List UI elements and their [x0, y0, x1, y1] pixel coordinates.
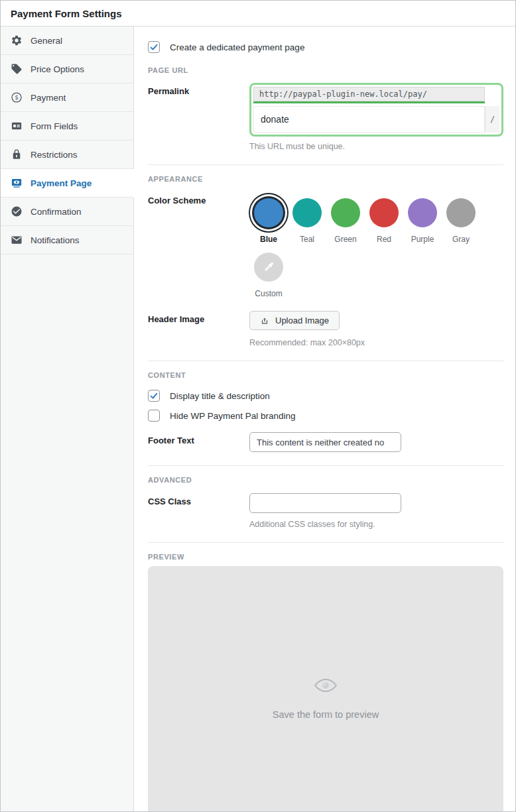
- footer-text-input[interactable]: [249, 432, 401, 452]
- create-page-checkbox-label: Create a dedicated payment page: [170, 42, 304, 52]
- hide-branding-checkbox-row[interactable]: Hide WP Payment Pal branding: [148, 410, 503, 422]
- permalink-editor: http://paypal-plugin-new.local/pay/ /: [249, 83, 503, 137]
- check-circle-icon: [11, 205, 23, 217]
- sidebar-item-form-fields[interactable]: Form Fields: [1, 112, 134, 141]
- swatch-circle[interactable]: [408, 198, 437, 227]
- upload-helper-text: Recommended: max 200×80px: [249, 338, 503, 347]
- sidebar-item-label: Price Options: [31, 64, 84, 74]
- lock-icon: [11, 148, 23, 160]
- swatch-circle[interactable]: [369, 198, 399, 227]
- divider: [148, 164, 503, 165]
- color-swatch-gray[interactable]: Gray: [442, 198, 480, 244]
- swatch-circle[interactable]: [331, 198, 360, 227]
- page-view-icon: [11, 177, 23, 189]
- upload-image-button[interactable]: Upload Image: [249, 311, 340, 330]
- tag-icon: [11, 63, 23, 75]
- divider: [148, 465, 503, 466]
- settings-panel-payment-page: Create a dedicated payment page PAGE URL…: [134, 27, 515, 811]
- settings-sidebar: General Price Options $ Payment Form Fie…: [1, 27, 134, 811]
- permalink-url-prefix: http://paypal-plugin-new.local/pay/: [253, 87, 485, 101]
- divider: [148, 361, 503, 361]
- section-label-content: CONTENT: [148, 371, 503, 379]
- swatch-circle[interactable]: [446, 198, 476, 227]
- sidebar-item-label: Payment Page: [31, 178, 92, 188]
- body: General Price Options $ Payment Form Fie…: [1, 27, 515, 811]
- sidebar-item-price-options[interactable]: Price Options: [1, 55, 134, 84]
- sidebar-item-label: Confirmation: [31, 207, 82, 217]
- header-image-label: Header Image: [148, 311, 249, 324]
- sidebar-item-notifications[interactable]: Notifications: [1, 226, 134, 255]
- swatch-label: Teal: [300, 235, 314, 244]
- svg-text:$: $: [15, 94, 19, 101]
- dollar-circle-icon: $: [11, 91, 23, 103]
- eyedropper-icon: [263, 261, 275, 273]
- color-swatch-teal[interactable]: Teal: [288, 198, 326, 244]
- section-label-preview: PREVIEW: [148, 553, 503, 561]
- sidebar-item-label: Payment: [31, 93, 66, 103]
- permalink-slug-input[interactable]: [253, 106, 485, 133]
- permalink-suffix: /: [485, 106, 499, 133]
- sidebar-item-general[interactable]: General: [1, 27, 134, 55]
- payment-form-settings-window: Payment Form Settings General Price Opti…: [0, 0, 516, 812]
- hide-branding-checkbox[interactable]: [148, 410, 160, 422]
- envelope-icon: [11, 234, 23, 246]
- header-image-field-row: Header Image Upload Image Recommended: m…: [148, 311, 503, 347]
- window-title: Payment Form Settings: [1, 1, 515, 27]
- permalink-green-underline: [253, 101, 485, 103]
- swatch-label: Red: [377, 235, 391, 244]
- permalink-helper-text: This URL must be unique.: [249, 142, 503, 151]
- sidebar-item-confirmation[interactable]: Confirmation: [1, 198, 134, 226]
- sidebar-filler: [1, 255, 134, 811]
- css-class-helper-text: Additional CSS classes for styling.: [249, 520, 503, 529]
- upload-image-button-label: Upload Image: [275, 316, 329, 325]
- create-page-checkbox[interactable]: [148, 41, 160, 53]
- swatch-label: Blue: [260, 235, 277, 244]
- color-swatch-blue[interactable]: Blue: [249, 198, 288, 244]
- permalink-field-row: Permalink http://paypal-plugin-new.local…: [148, 83, 503, 151]
- color-scheme-field-row: Color Scheme Blue Teal Gr: [148, 192, 503, 307]
- swatch-circle[interactable]: [292, 198, 322, 227]
- css-class-label: CSS Class: [148, 493, 249, 506]
- form-fields-icon: [11, 120, 23, 132]
- preview-placeholder-text: Save the form to preview: [273, 709, 379, 720]
- eye-icon: [314, 677, 338, 693]
- sidebar-item-payment[interactable]: $ Payment: [1, 84, 134, 112]
- footer-text-field-row: Footer Text: [148, 432, 503, 452]
- create-page-checkbox-row[interactable]: Create a dedicated payment page: [148, 41, 503, 53]
- sidebar-item-label: Form Fields: [31, 121, 78, 131]
- section-label-page-url: PAGE URL: [148, 66, 503, 74]
- color-swatch-green[interactable]: Green: [326, 198, 365, 244]
- swatch-circle[interactable]: [254, 253, 283, 282]
- display-title-checkbox-row[interactable]: Display title & description: [148, 390, 503, 402]
- swatch-label: Gray: [452, 235, 470, 244]
- hide-branding-checkbox-label: Hide WP Payment Pal branding: [170, 411, 296, 421]
- section-label-advanced: ADVANCED: [148, 476, 503, 484]
- display-title-checkbox-label: Display title & description: [170, 391, 270, 401]
- css-class-field-row: CSS Class Additional CSS classes for sty…: [148, 493, 503, 529]
- display-title-checkbox[interactable]: [148, 390, 160, 402]
- swatch-circle[interactable]: [254, 198, 283, 227]
- swatch-label: Green: [334, 235, 356, 244]
- sidebar-item-label: General: [31, 36, 62, 46]
- sidebar-item-label: Restrictions: [31, 150, 78, 160]
- swatch-label: Purple: [411, 235, 434, 244]
- form-preview-placeholder: Save the form to preview: [148, 566, 503, 811]
- color-swatch-purple[interactable]: Purple: [403, 198, 442, 244]
- sidebar-item-label: Notifications: [31, 235, 80, 245]
- divider: [148, 542, 503, 543]
- sidebar-item-restrictions[interactable]: Restrictions: [1, 141, 134, 169]
- swatch-label: Custom: [255, 289, 282, 298]
- sidebar-item-payment-page[interactable]: Payment Page: [1, 169, 134, 198]
- upload-icon: [260, 316, 269, 325]
- color-scheme-label: Color Scheme: [148, 192, 249, 205]
- color-swatch-red[interactable]: Red: [365, 198, 403, 244]
- color-scheme-swatches: Blue Teal Green Red: [249, 192, 488, 307]
- footer-text-label: Footer Text: [148, 432, 249, 445]
- permalink-label: Permalink: [148, 83, 249, 96]
- color-swatch-custom[interactable]: Custom: [249, 253, 288, 298]
- gear-icon: [11, 34, 23, 46]
- section-label-appearance: APPEARANCE: [148, 175, 503, 183]
- css-class-input[interactable]: [249, 493, 401, 513]
